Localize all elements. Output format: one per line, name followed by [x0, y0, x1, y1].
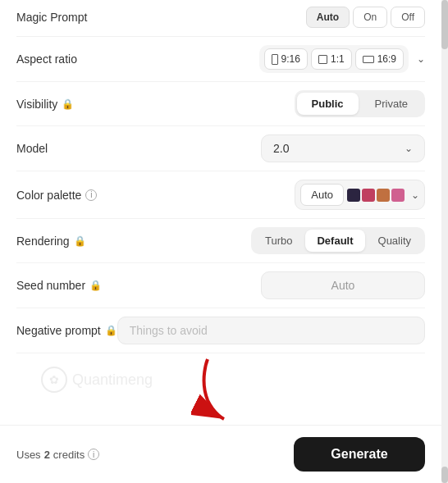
seed-placeholder: Auto [331, 279, 355, 292]
visibility-row: Visibility 🔒 Public Private [16, 82, 425, 126]
palette-chevron: ⌄ [411, 189, 419, 201]
rendering-controls: Turbo Default Quality [115, 227, 425, 254]
negative-prompt-label: Negative prompt 🔒 [16, 324, 117, 337]
color-palette-row: Color palette i Auto ⌄ [16, 171, 425, 219]
watermark-logo: ✿ [41, 367, 67, 393]
rendering-row: Rendering 🔒 Turbo Default Quality [16, 219, 425, 263]
negative-prompt-controls: Things to avoid [117, 317, 425, 344]
magic-prompt-on-btn[interactable]: On [353, 7, 387, 28]
magic-prompt-controls: Auto On Off [306, 7, 425, 28]
aspect-ratio-label: Aspect ratio [16, 52, 115, 66]
palette-colors [347, 189, 405, 202]
color-swatch-1 [347, 189, 360, 202]
model-dropdown[interactable]: 2.0 ⌄ [261, 134, 425, 162]
model-controls: 2.0 ⌄ [115, 134, 425, 162]
negative-input[interactable]: Things to avoid [117, 317, 425, 344]
generate-button[interactable]: Generate [294, 437, 425, 472]
negative-placeholder: Things to avoid [130, 324, 208, 337]
settings-panel: Magic Prompt Auto On Off Aspect ratio 9:… [0, 0, 448, 483]
arrow-svg [191, 355, 257, 429]
credits-info: Uses 2 credits i [16, 449, 99, 461]
rendering-group: Turbo Default Quality [251, 227, 425, 254]
aspect-916-icon [272, 54, 278, 65]
visibility-toggle-group: Public Private [295, 90, 425, 117]
credits-unit: credits [53, 449, 85, 461]
visibility-label: Visibility 🔒 [16, 98, 115, 111]
model-row: Model 2.0 ⌄ [16, 126, 425, 171]
aspect-ratio-group: 9:16 1:1 16:9 [259, 45, 409, 73]
rendering-turbo-btn[interactable]: Turbo [254, 230, 304, 252]
rendering-default-btn[interactable]: Default [305, 230, 364, 252]
watermark-text: Quantimeng [72, 371, 153, 389]
color-palette-controls: Auto ⌄ [115, 180, 425, 210]
visibility-public-btn[interactable]: Public [297, 93, 359, 115]
visibility-lock-icon: 🔒 [62, 98, 74, 110]
visibility-controls: Public Private [115, 90, 425, 117]
model-chevron: ⌄ [405, 143, 413, 154]
aspect-ratio-controls: 9:16 1:1 16:9 ⌄ [115, 45, 425, 73]
aspect-ratio-row: Aspect ratio 9:16 1:1 16:9 [16, 37, 425, 82]
palette-group[interactable]: Auto ⌄ [295, 180, 425, 210]
seed-lock-icon: 🔒 [89, 280, 102, 291]
scrollbar-thumb-bottom[interactable] [441, 467, 448, 483]
scrollbar[interactable] [441, 0, 448, 483]
color-palette-label: Color palette i [16, 189, 115, 202]
color-swatch-4 [391, 189, 405, 202]
seed-input[interactable]: Auto [261, 271, 425, 299]
model-label: Model [16, 142, 115, 155]
magic-prompt-auto-btn[interactable]: Auto [306, 7, 350, 28]
aspect-11-btn[interactable]: 1:1 [311, 48, 352, 70]
magic-prompt-label: Magic Prompt [16, 11, 115, 24]
arrow-overlay [191, 355, 257, 432]
negative-prompt-row: Negative prompt 🔒 Things to avoid [16, 308, 425, 353]
color-palette-info-icon[interactable]: i [85, 189, 97, 201]
scrollbar-thumb[interactable] [441, 0, 448, 49]
aspect-ratio-chevron[interactable]: ⌄ [417, 53, 425, 65]
visibility-private-btn[interactable]: Private [360, 93, 423, 115]
aspect-169-label: 16:9 [377, 53, 396, 65]
credits-count: 2 [44, 449, 50, 461]
aspect-11-icon [318, 55, 327, 64]
watermark: ✿ Quantimeng [41, 367, 153, 393]
rendering-lock-icon: 🔒 [74, 235, 86, 247]
seed-number-row: Seed number 🔒 Auto [16, 263, 425, 308]
seed-number-label: Seed number 🔒 [16, 279, 115, 292]
aspect-169-btn[interactable]: 16:9 [355, 48, 404, 70]
credits-text-prefix: Uses [16, 449, 41, 461]
bottom-bar: Uses 2 credits i Generate [0, 425, 441, 483]
rendering-quality-btn[interactable]: Quality [367, 230, 423, 252]
magic-prompt-off-btn[interactable]: Off [391, 7, 425, 28]
aspect-169-icon [363, 56, 374, 63]
model-value: 2.0 [273, 142, 289, 155]
palette-auto-btn[interactable]: Auto [300, 184, 344, 206]
rendering-label: Rendering 🔒 [16, 235, 115, 248]
negative-prompt-lock-icon: 🔒 [105, 325, 117, 336]
aspect-916-label: 9:16 [281, 53, 300, 65]
color-swatch-3 [377, 189, 390, 202]
aspect-916-btn[interactable]: 9:16 [264, 48, 308, 70]
credits-info-icon[interactable]: i [88, 449, 99, 460]
seed-number-controls: Auto [115, 271, 425, 299]
magic-prompt-row: Magic Prompt Auto On Off [16, 0, 425, 37]
aspect-11-label: 1:1 [331, 53, 345, 65]
color-swatch-2 [362, 189, 375, 202]
